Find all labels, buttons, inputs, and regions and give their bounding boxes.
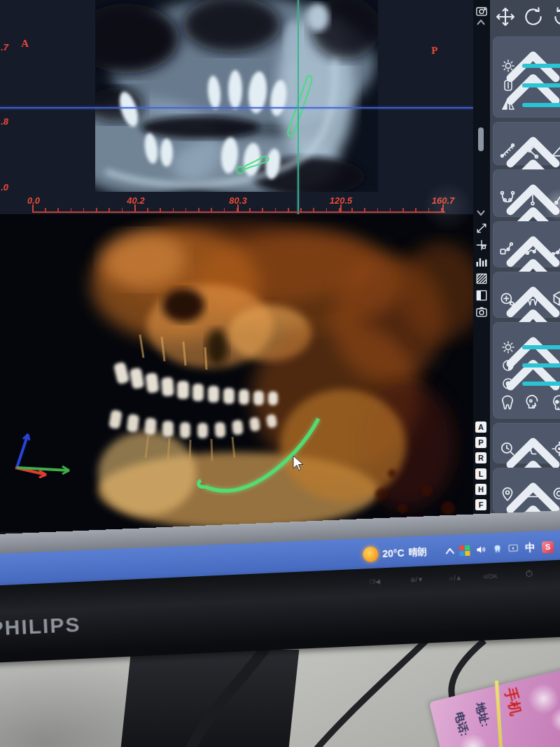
rotate-ccw-icon[interactable] (522, 6, 545, 28)
ruler-tick-label: 80.3 (229, 195, 246, 206)
display-tray-icon[interactable] (506, 532, 520, 565)
ruler-tick-label: 120.5 (330, 195, 353, 206)
scroll-up-icon[interactable] (477, 20, 485, 25)
cube-icon[interactable] (550, 290, 560, 308)
volume-icon[interactable] (474, 533, 487, 566)
orientation-cube-l[interactable]: L (475, 468, 486, 480)
opacity-sphere-icon (500, 375, 517, 392)
contrast-circle-icon (500, 357, 517, 374)
ruler-tick-label: 0.0 (27, 195, 40, 206)
angle-icon[interactable] (524, 141, 542, 160)
profile-icon[interactable] (525, 440, 543, 458)
section-center-position: 中心位置 (493, 468, 560, 514)
render-brightness-slider[interactable] (522, 342, 560, 352)
nerve-draw-icon[interactable] (498, 239, 517, 258)
add-implant-icon[interactable] (498, 290, 517, 308)
osd-button-menu[interactable]: ≡/OK (483, 573, 498, 580)
mouse-cursor (291, 455, 305, 472)
card-address-label: 地址: (473, 701, 492, 729)
viewport-area: A P .7 .8 .0 0.0 40.2 80.3 120.5 160.7 (0, 0, 473, 532)
power-button-icon[interactable] (525, 569, 534, 578)
orientation-label-anterior: A (21, 38, 29, 50)
hatch-icon[interactable] (475, 272, 489, 286)
ruler-baseline (32, 211, 445, 213)
vertical-ruler-label: .0 (1, 182, 8, 193)
side-icon-strip: A P R L H F (473, 0, 490, 532)
snapshot-icon[interactable] (475, 4, 489, 18)
card-phone-label: 手机 (500, 686, 525, 718)
weather-widget[interactable]: 20°C 晴朗 (362, 536, 427, 571)
triangle-icon[interactable] (550, 141, 560, 160)
sun-icon (363, 546, 379, 562)
ruler-tick-label: 160.7 (432, 195, 455, 206)
section-other: 其他 (493, 423, 560, 463)
render-contrast-slider[interactable] (522, 361, 560, 370)
line-slice-diagonal-icon[interactable] (550, 189, 560, 207)
section-3d-render: 三维渲染 (493, 322, 560, 419)
tooth-icon[interactable] (498, 393, 517, 412)
skull-front-icon[interactable] (550, 393, 560, 412)
history-icon[interactable] (498, 440, 517, 458)
brightness-icon (500, 57, 517, 74)
vertical-ruler-label: .7 (1, 42, 8, 53)
orientation-label-posterior: P (431, 45, 438, 57)
ime-badge[interactable]: 中 (524, 531, 536, 564)
defender-icon[interactable] (458, 534, 470, 567)
rotate-cw-icon[interactable] (552, 6, 560, 28)
vertical-ruler-label: .8 (1, 116, 8, 127)
distance-icon[interactable] (498, 141, 517, 160)
ct-slice-view[interactable] (95, 0, 378, 192)
scrollbar-thumb[interactable] (478, 127, 484, 151)
orientation-cube-p[interactable]: P (475, 437, 486, 448)
section-measure: 测量 (493, 122, 560, 165)
pin-icon[interactable] (498, 484, 517, 503)
osd-button-brightness[interactable]: ☼/▲ (448, 574, 462, 582)
section-free-slice: 自由断层 (493, 169, 560, 217)
monitor-brand-logo: PHILIPS (0, 613, 81, 641)
target-icon[interactable] (550, 440, 560, 458)
hidden-icons-chevron[interactable] (444, 535, 455, 568)
pan-icon[interactable] (494, 6, 517, 28)
nerve-point-icon[interactable] (550, 239, 560, 258)
camera-icon[interactable] (475, 305, 489, 319)
crosshair-horizontal-line[interactable] (0, 107, 473, 109)
orientation-cube-r[interactable]: R (475, 452, 486, 463)
dental-tray-icon[interactable] (491, 533, 503, 566)
scroll-down-icon[interactable] (477, 210, 485, 216)
rings-icon[interactable] (550, 484, 560, 503)
section-implant: 种植体 (493, 272, 560, 318)
antivirus-letter: S (542, 540, 554, 553)
contrast-slider[interactable] (522, 81, 560, 90)
brightness-icon (500, 339, 517, 356)
orientation-cube-f[interactable]: F (475, 499, 486, 510)
card-tel-label: 电话: (452, 711, 471, 738)
axis-indicator (3, 424, 73, 489)
weather-text: 晴朗 (408, 545, 427, 559)
brightness-slider[interactable] (522, 61, 560, 71)
nerve-edit-icon[interactable] (524, 239, 542, 258)
plane-icon[interactable] (525, 484, 543, 503)
curve-slice-icon[interactable] (498, 189, 517, 207)
histogram-icon[interactable] (475, 255, 489, 269)
slice-vertical-line[interactable] (298, 0, 299, 217)
section-nerve-line: 神经线 (493, 221, 560, 267)
tool-panel: 图像处理 测量 (490, 0, 560, 532)
line-slice-vertical-icon[interactable] (524, 189, 542, 207)
render-opacity-slider[interactable] (522, 379, 560, 389)
locate-icon[interactable] (475, 238, 489, 252)
orientation-cube-a[interactable]: A (475, 421, 486, 433)
expand-icon[interactable] (475, 221, 489, 235)
skull-side-icon[interactable] (524, 393, 542, 412)
antivirus-icon[interactable]: S (541, 531, 554, 564)
orientation-cube-h[interactable]: H (475, 484, 486, 495)
temperature-text: 20°C (382, 547, 405, 559)
tooth-roots-icon[interactable] (524, 290, 542, 308)
photo-of-monitor: A P .7 .8 .0 0.0 40.2 80.3 120.5 160.7 (0, 0, 560, 747)
flip-slider[interactable] (522, 100, 560, 110)
contrast-icon (500, 77, 517, 94)
split-view-icon[interactable] (475, 288, 489, 302)
osd-button-input[interactable]: □/◀ (370, 578, 380, 585)
monitor-screen: A P .7 .8 .0 0.0 40.2 80.3 120.5 160.7 (0, 0, 560, 596)
osd-button-auto[interactable]: ⊕/▼ (410, 576, 424, 584)
flip-icon (500, 97, 517, 113)
